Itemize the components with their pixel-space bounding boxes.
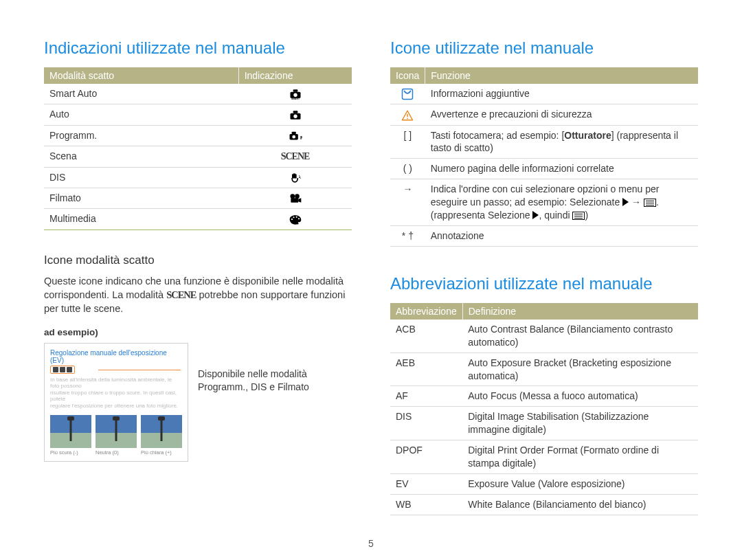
- abbr-cell: DPOF: [390, 440, 462, 474]
- svg-rect-19: [407, 113, 409, 117]
- movie-camera-icon: [238, 188, 352, 209]
- example-box: Regolazione manuale dell'esposizione (EV…: [44, 343, 188, 462]
- table-row: * † Annotazione: [390, 225, 698, 246]
- play-icon: [622, 198, 629, 206]
- camera-p-icon: P: [238, 125, 352, 146]
- mode-badge: [50, 366, 75, 374]
- ev-badge-row: [50, 366, 182, 374]
- svg-point-2: [293, 93, 297, 97]
- svg-rect-5: [293, 111, 297, 113]
- table-row: WBWhite Balance (Bilanciamento del bianc…: [390, 494, 698, 515]
- def-cell: Auto Exposure Bracket (Bracketing esposi…: [462, 352, 698, 386]
- svg-point-6: [293, 114, 297, 117]
- blur-line: In base all'intensità della luminosità a…: [50, 377, 172, 390]
- abbr-cell: DIS: [390, 407, 462, 440]
- def-cell: Exposure Value (Valore esposizione): [462, 473, 698, 494]
- abbr-cell: WB: [390, 494, 462, 515]
- thumb-image: [141, 415, 182, 448]
- svg-point-11: [290, 194, 295, 199]
- example-title: Regolazione manuale dell'esposizione (EV…: [50, 349, 182, 364]
- example-blur-text: In base all'intensità della luminosità a…: [50, 377, 182, 410]
- brackets-icon: [ ]: [390, 125, 425, 159]
- def-cell: Digital Print Order Format (Formato ordi…: [462, 440, 698, 474]
- table-row: Informazioni aggiuntive: [390, 84, 698, 104]
- parens-icon: ( ): [390, 159, 425, 179]
- svg-point-14: [291, 219, 292, 220]
- camera-smart-icon: SMART: [238, 84, 352, 104]
- info-icon: [390, 84, 425, 104]
- arrow-icon: →: [390, 179, 425, 226]
- mode-cell: Multimedia: [44, 209, 238, 229]
- def-cell: White Balance (Bilanciamento del bianco): [462, 494, 698, 515]
- svg-rect-18: [403, 89, 413, 100]
- table-row: EVExposure Value (Valore esposizione): [390, 473, 698, 494]
- example-thumbs: Più scura (-) Neutra (0) Più chiara (+): [50, 415, 182, 456]
- svg-rect-1: [293, 90, 297, 92]
- mode-cell: Filmato: [44, 188, 238, 209]
- svg-rect-13: [291, 199, 298, 203]
- def-cell: Auto Focus (Messa a fuoco automatica): [462, 386, 698, 407]
- table-row: DISDigital Image Stabilisation (Stabiliz…: [390, 407, 698, 440]
- svg-rect-8: [291, 132, 295, 134]
- table-row: Filmato: [44, 188, 352, 209]
- icons-th-func: Funzione: [425, 67, 698, 84]
- abbr-th-abbr: Abbreviazione: [390, 303, 462, 320]
- svg-text:SMART: SMART: [291, 98, 300, 101]
- icons-th-icon: Icona: [390, 67, 425, 84]
- desc-bold: Otturatore: [564, 130, 611, 141]
- table-row: Avvertenze e precauzioni di sicurezza: [390, 104, 698, 125]
- example-label: ad esempio): [44, 327, 352, 337]
- svg-point-16: [295, 216, 297, 217]
- icon-desc: Indica l'ordine con cui selezionare opzi…: [425, 179, 698, 226]
- table-row: Smart Auto SMART: [44, 84, 352, 104]
- abbr-cell: AEB: [390, 352, 462, 386]
- modes-th-mode: Modalità scatto: [44, 67, 238, 84]
- blur-line: risultare troppo chiare o troppo scure. …: [50, 390, 177, 403]
- shooting-icons-heading: Icone modalità scatto: [44, 254, 352, 267]
- table-row: DPOFDigital Print Order Format (Formato …: [390, 440, 698, 474]
- table-row: AFAuto Focus (Messa a fuoco automatica): [390, 386, 698, 407]
- arrow-cap-mid: , quindi: [539, 210, 572, 221]
- svg-rect-20: [407, 117, 409, 119]
- icon-desc: Numero pagina delle informazioni correla…: [425, 159, 698, 179]
- abbr-title: Abbreviazioni utilizzate nel manuale: [390, 274, 698, 293]
- shooting-icons-para: Queste icone indicano che una funzione è…: [44, 274, 352, 316]
- desc-post: .: [656, 197, 659, 208]
- thumb-wrap: Più scura (-): [50, 415, 91, 456]
- svg-point-17: [297, 218, 299, 219]
- icons-title: Icone utilizzate nel manuale: [390, 38, 698, 58]
- icon-desc: Avvertenze e precauzioni di sicurezza: [425, 104, 698, 125]
- warning-icon: [390, 104, 425, 125]
- icons-table: Icona Funzione Informazioni aggiuntive A…: [390, 67, 698, 247]
- table-row: Auto: [44, 104, 352, 125]
- thumb-image: [50, 415, 91, 448]
- scene-word-icon: SCENE: [238, 146, 352, 167]
- abbr-cell: EV: [390, 473, 462, 494]
- palette-icon: [238, 209, 352, 229]
- thumb-caption: Più chiara (+): [141, 449, 182, 456]
- table-row: DIS: [44, 167, 352, 188]
- thumb-caption: Più scura (-): [50, 449, 91, 456]
- camera-icon: [238, 104, 352, 125]
- arrow-cap-pre: (rappresenta Selezione: [431, 210, 533, 221]
- menu-box-icon: [644, 199, 656, 207]
- abbr-th-def: Definizione: [462, 303, 698, 320]
- def-cell: Digital Image Stabilisation (Stabilizzaz…: [462, 407, 698, 440]
- hand-wave-icon: [238, 167, 352, 188]
- abbr-cell: ACB: [390, 320, 462, 352]
- thumb-caption: Neutra (0): [95, 449, 137, 456]
- table-row: Scena SCENE: [44, 146, 352, 167]
- def-cell: Auto Contrast Balance (Bilanciamento con…: [462, 320, 698, 352]
- thumb-wrap: Neutra (0): [95, 415, 137, 456]
- right-column: Icone utilizzate nel manuale Icona Funzi…: [390, 38, 698, 515]
- table-row: Multimedia: [44, 209, 352, 229]
- thumb-wrap: Più chiara (+): [141, 415, 182, 456]
- callout-line: [98, 370, 181, 370]
- scene-word-icon: SCENE: [166, 289, 196, 300]
- menu-box-icon: [572, 212, 585, 220]
- icon-desc: Annotazione: [425, 225, 698, 246]
- mode-cell: Smart Auto: [44, 84, 238, 104]
- example-row: Regolazione manuale dell'esposizione (EV…: [44, 343, 352, 462]
- left-title: Indicazioni utilizzate nel manuale: [44, 38, 352, 58]
- icon-desc: Tasti fotocamera; ad esempio: [Otturator…: [425, 125, 698, 159]
